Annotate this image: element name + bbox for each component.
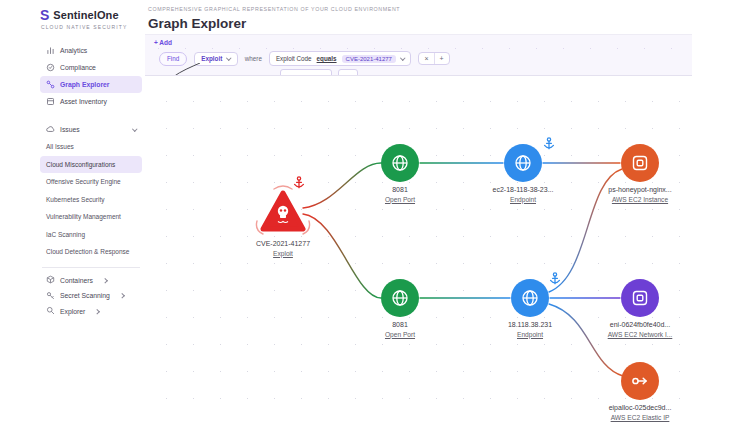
- chevron-down-icon: [132, 126, 137, 131]
- magnifier-icon: [46, 306, 55, 316]
- node-label: 18.118.38.231: [470, 321, 590, 328]
- sentinelone-logo-icon: S: [40, 8, 49, 22]
- node-type-link[interactable]: AWS EC2 Elastic IP: [580, 414, 700, 421]
- globe-icon: [381, 279, 419, 317]
- sub-item-label: Kubernetes Security: [46, 196, 105, 203]
- node-label: 8081: [340, 186, 460, 193]
- sidebar-item-containers[interactable]: Containers: [40, 273, 142, 289]
- node-label: eipalloc-025dec9d...: [580, 404, 700, 411]
- globe-icon: [511, 279, 549, 317]
- page-header: COMPREHENSIVE GRAPHICAL REPRESENTATION O…: [148, 6, 400, 31]
- sidebar-divider: [42, 267, 140, 268]
- remove-filter-button[interactable]: ×: [419, 53, 433, 64]
- brand-tagline: CLOUD NATIVE SECURITY: [41, 24, 142, 30]
- graph-node-open-port-top[interactable]: 8081 Open Port: [340, 144, 460, 203]
- condition-operator[interactable]: equals: [317, 55, 337, 62]
- graph-node-open-port-bottom[interactable]: 8081 Open Port: [340, 279, 460, 338]
- graph-canvas[interactable]: CVE-2021-41277 Exploit 8081 Open Port ec…: [145, 76, 692, 424]
- sidebar-nav: Analytics Compliance Graph Explorer Asse…: [40, 42, 142, 319]
- sidebar-item-label: Compliance: [60, 64, 96, 71]
- brand-name: SentinelOne: [53, 9, 118, 21]
- sidebar-item-vulnerability-management[interactable]: Vulnerability Management: [40, 208, 142, 226]
- globe-icon: [504, 144, 542, 182]
- sidebar-section-label: Issues: [60, 126, 80, 133]
- sidebar-item-label: Containers: [60, 277, 93, 284]
- chevron-right-icon: [102, 278, 107, 283]
- node-label: CVE-2021-41277: [223, 240, 343, 247]
- graph-node-exploit[interactable]: CVE-2021-41277 Exploit: [223, 184, 343, 257]
- chevron-down-icon: [400, 55, 405, 60]
- sidebar: S SentinelOne CLOUD NATIVE SECURITY Anal…: [40, 8, 142, 319]
- sidebar-item-compliance[interactable]: Compliance: [40, 59, 142, 76]
- brand[interactable]: S SentinelOne: [40, 8, 142, 22]
- sidebar-item-analytics[interactable]: Analytics: [40, 42, 142, 59]
- graph-node-ec2-instance[interactable]: ps-honeypot-nginx... AWS EC2 Instance: [580, 144, 700, 203]
- sidebar-item-cloud-misconfigurations[interactable]: Cloud Misconfigurations: [40, 156, 142, 174]
- pin-anchor-icon-endpoint-top[interactable]: [543, 137, 555, 151]
- sub-item-label: Cloud Detection & Response: [46, 248, 129, 255]
- sidebar-item-secret-scanning[interactable]: Secret Scanning: [40, 288, 142, 304]
- node-label: eni-0624fb0fe40d...: [580, 321, 700, 328]
- sidebar-item-kubernetes-security[interactable]: Kubernetes Security: [40, 191, 142, 209]
- sub-item-label: Offensive Security Engine: [46, 178, 121, 185]
- add-condition-button[interactable]: +: [434, 53, 449, 64]
- app-window: S SentinelOne CLOUD NATIVE SECURITY Anal…: [0, 0, 750, 424]
- node-type-link[interactable]: Open Port: [340, 196, 460, 203]
- node-type-link[interactable]: Endpoint: [463, 196, 583, 203]
- node-label: ps-honeypot-nginx...: [580, 186, 700, 193]
- filter-row: Find Exploit where Exploit Code equals C…: [159, 51, 450, 66]
- node-label: 8081: [340, 321, 460, 328]
- condition-value-pill[interactable]: CVE-2021-41277: [342, 55, 396, 63]
- where-label: where: [245, 55, 262, 62]
- sub-item-label: IaC Scanning: [46, 231, 85, 238]
- chevron-right-icon: [119, 293, 124, 298]
- sidebar-item-asset-inventory[interactable]: Asset Inventory: [40, 93, 142, 110]
- add-filter-button[interactable]: + Add: [154, 39, 172, 46]
- sidebar-item-cloud-detection-response[interactable]: Cloud Detection & Response: [40, 243, 142, 261]
- sub-item-label: Vulnerability Management: [46, 213, 121, 220]
- node-type-link[interactable]: Endpoint: [470, 331, 590, 338]
- graph-node-endpoint-top[interactable]: ec2-18-118-38-23... Endpoint: [463, 144, 583, 203]
- key-icon: [46, 291, 55, 301]
- sidebar-item-offensive-security-engine[interactable]: Offensive Security Engine: [40, 173, 142, 191]
- sidebar-item-label: Graph Explorer: [60, 81, 109, 88]
- pin-anchor-icon-endpoint-bottom[interactable]: [549, 272, 561, 286]
- elastic-ip-icon: [621, 362, 659, 400]
- graph-explorer-icon: [46, 80, 55, 89]
- graph-node-network-interface[interactable]: eni-0624fb0fe40d... AWS EC2 Network I...: [580, 279, 700, 338]
- chevron-right-icon: [95, 309, 100, 314]
- sidebar-item-explorer[interactable]: Explorer: [40, 304, 142, 320]
- filter-action-group: × +: [418, 52, 449, 65]
- network-interface-icon: [621, 279, 659, 317]
- sidebar-item-label: Explorer: [60, 308, 85, 315]
- node-type-link[interactable]: AWS EC2 Network I...: [580, 331, 700, 338]
- containers-icon: [46, 275, 55, 285]
- sidebar-item-label: Analytics: [60, 47, 87, 54]
- compliance-icon: [46, 63, 55, 72]
- sidebar-item-graph-explorer[interactable]: Graph Explorer: [40, 76, 142, 93]
- page-title: Graph Explorer: [148, 16, 400, 31]
- cloud-icon: [46, 125, 55, 134]
- graph-node-endpoint-bottom[interactable]: 18.118.38.231 Endpoint: [470, 279, 590, 338]
- pin-anchor-icon-exploit[interactable]: [293, 176, 305, 190]
- node-type-link[interactable]: Open Port: [340, 331, 460, 338]
- chevron-down-icon: [227, 55, 232, 60]
- entity-value: Exploit: [201, 55, 222, 62]
- sidebar-item-all-issues[interactable]: All Issues: [40, 138, 142, 156]
- node-type-link[interactable]: Exploit: [223, 250, 343, 257]
- globe-icon: [381, 144, 419, 182]
- sidebar-section-issues[interactable]: Issues: [40, 121, 142, 138]
- asset-inventory-icon: [46, 97, 55, 106]
- node-label: ec2-18-118-38-23...: [463, 186, 583, 193]
- sidebar-item-iac-scanning[interactable]: IaC Scanning: [40, 226, 142, 244]
- node-type-link[interactable]: AWS EC2 Instance: [580, 196, 700, 203]
- sidebar-item-label: Asset Inventory: [60, 98, 107, 105]
- page-kicker: COMPREHENSIVE GRAPHICAL REPRESENTATION O…: [148, 6, 400, 12]
- sidebar-item-label: Secret Scanning: [60, 292, 110, 299]
- filter-connector-line: [173, 63, 201, 76]
- collapsed-filter-row: [280, 69, 358, 76]
- condition-dropdown[interactable]: Exploit Code equals CVE-2021-41277: [269, 51, 412, 66]
- graph-node-elastic-ip[interactable]: eipalloc-025dec9d... AWS EC2 Elastic IP: [580, 362, 700, 421]
- analytics-icon: [46, 46, 55, 55]
- filter-bar: + Add Find Exploit where Exploit Code eq…: [145, 35, 692, 76]
